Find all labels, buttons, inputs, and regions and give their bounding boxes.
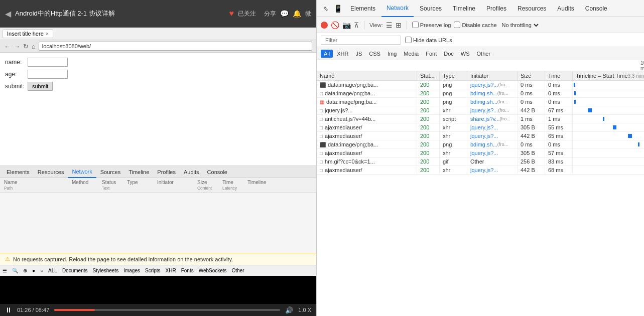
dt-tab-profiles[interactable]: Profiles — [481, 0, 511, 17]
type-tab-media[interactable]: Media — [401, 50, 422, 58]
filter-button[interactable]: ⊼ — [354, 21, 359, 29]
table-row[interactable]: □jquery.js?... 200 xhr jquery.js?...(fro… — [317, 106, 644, 115]
name-input[interactable] — [28, 58, 68, 67]
table-row[interactable]: □data:image/png;ba... 200 png bdimg.sh..… — [317, 89, 644, 98]
bottom-all-btn[interactable]: ALL — [48, 268, 57, 273]
type-tab-all[interactable]: All — [321, 50, 333, 58]
preserve-log-input[interactable] — [412, 22, 419, 28]
age-input[interactable] — [28, 70, 68, 79]
bell-icon[interactable]: 🔔 — [293, 10, 301, 18]
table-row[interactable]: □ajaxmediauser/ 200 xhr jquery.js?... 44… — [317, 166, 644, 175]
nav-forward-button[interactable]: → — [14, 43, 20, 50]
disable-cache-input[interactable] — [454, 22, 460, 28]
td-name: □ajaxmediauser/ — [317, 166, 417, 174]
address-bar[interactable] — [39, 42, 312, 51]
mini-tab-console[interactable]: Console — [203, 166, 231, 178]
th-timeline[interactable]: Timeline – Start Time 3.3 min 5.0 mi — [573, 71, 644, 80]
type-tab-doc[interactable]: Doc — [441, 50, 457, 58]
bottom-record-icon[interactable]: ● — [32, 268, 35, 273]
table-row[interactable]: ⬛data:image/png;ba... 200 png bdimg.sh..… — [317, 140, 644, 149]
mini-tab-network[interactable]: Network — [68, 166, 96, 178]
table-row[interactable]: □ajaxmediauser/ 200 xhr jquery.js?... 30… — [317, 123, 644, 132]
type-tab-css[interactable]: CSS — [366, 50, 383, 58]
type-tab-font[interactable]: Font — [423, 50, 440, 58]
dt-tab-elements[interactable]: Elements — [345, 0, 380, 17]
bottom-fonts-btn[interactable]: Fonts — [181, 268, 194, 273]
bottom-menu-icon[interactable]: ☰ — [3, 268, 7, 273]
bottom-search-icon[interactable]: 🔍 — [12, 268, 18, 273]
nav-home-button[interactable]: ⌂ — [32, 43, 36, 50]
chat-icon[interactable]: 💬 — [280, 10, 289, 18]
dt-tab-audits[interactable]: Audits — [552, 0, 579, 17]
submit-button[interactable]: submit — [28, 82, 53, 91]
view-grid-button[interactable]: ⊞ — [396, 21, 402, 29]
td-timeline — [573, 166, 644, 174]
bottom-clear-icon[interactable]: ○ — [40, 268, 43, 273]
table-row[interactable]: □hm.gif?cc=0&ck=1... 200 gif Other 256 B… — [317, 157, 644, 166]
th-name[interactable]: Name — [317, 71, 417, 80]
bottom-stylesheets-btn[interactable]: Stylesheets — [92, 268, 118, 273]
th-status[interactable]: Stat... — [417, 71, 440, 80]
table-row[interactable]: ▦data:image/png;ba... 200 png bdimg.sh..… — [317, 98, 644, 106]
back-button[interactable]: ◀ — [5, 9, 11, 19]
table-row[interactable]: □ajaxmediauser/ 200 xhr jquery.js?... 44… — [317, 132, 644, 140]
camera-button[interactable]: 📷 — [342, 21, 351, 29]
type-tab-js[interactable]: JS — [352, 50, 365, 58]
type-tab-ws[interactable]: WS — [458, 50, 473, 58]
mini-tab-elements[interactable]: Elements — [3, 166, 34, 178]
hide-data-urls-checkbox[interactable]: Hide data URLs — [405, 37, 452, 43]
td-name: □data:image/png;ba... — [317, 89, 417, 97]
mini-tab-resources[interactable]: Resources — [34, 166, 68, 178]
cursor-icon[interactable]: ⇖ — [321, 4, 331, 14]
follow-button[interactable]: 已关注 — [238, 10, 256, 18]
view-list-button[interactable]: ☰ — [386, 21, 393, 29]
dt-tab-network[interactable]: Network — [381, 0, 414, 17]
volume-button[interactable]: 🔊 — [285, 306, 293, 314]
mobile-icon[interactable]: 📱 — [332, 4, 344, 14]
bottom-images-btn[interactable]: Images — [123, 268, 140, 273]
clear-button[interactable]: 🚫 — [331, 21, 339, 29]
record-button[interactable] — [321, 22, 328, 29]
th-initiator[interactable]: Initiator — [467, 71, 518, 80]
type-tab-img[interactable]: Img — [384, 50, 400, 58]
speed-button[interactable]: 1.0 X — [298, 307, 311, 313]
browser-tab[interactable]: Insert title here × — [3, 29, 53, 38]
preserve-log-checkbox[interactable]: Preserve log — [412, 22, 451, 28]
dt-tab-resources[interactable]: Resources — [512, 0, 551, 17]
nav-reload-button[interactable]: ↻ — [23, 43, 29, 50]
progress-bar[interactable] — [54, 309, 280, 311]
bottom-ws-btn[interactable]: WebSockets — [199, 268, 227, 273]
share-button[interactable]: 分享 — [264, 10, 276, 18]
bottom-xhr-btn[interactable]: XHR — [166, 268, 176, 273]
filter-input[interactable] — [321, 36, 401, 45]
bottom-scripts-btn[interactable]: Scripts — [145, 268, 161, 273]
table-row[interactable]: □anticheat.js?v=44b... 200 script share.… — [317, 115, 644, 123]
table-row[interactable]: ⬛data:image/png;ba... 200 png jquery.js?… — [317, 81, 644, 89]
heart-icon[interactable]: ♥ — [229, 9, 234, 18]
bottom-other-btn[interactable]: Other — [232, 268, 244, 273]
type-tab-other[interactable]: Other — [474, 50, 494, 58]
nav-back-button[interactable]: ← — [4, 43, 11, 50]
mini-tab-profiles[interactable]: Profiles — [153, 166, 180, 178]
th-time[interactable]: Time — [545, 71, 573, 80]
disable-cache-checkbox[interactable]: Disable cache — [454, 22, 496, 28]
mini-tab-sources[interactable]: Sources — [96, 166, 124, 178]
mini-tab-timeline[interactable]: Timeline — [124, 166, 153, 178]
bottom-add-icon[interactable]: ⊕ — [23, 268, 27, 273]
table-row[interactable]: □ajaxmediauser/ 200 xhr jquery.js?... 30… — [317, 149, 644, 157]
th-size[interactable]: Size — [518, 71, 545, 80]
devtools-table-header: NamePath Method StatusText Type Initiato… — [0, 178, 316, 193]
weibo-icon[interactable]: 微 — [305, 10, 311, 18]
mini-tab-audits[interactable]: Audits — [180, 166, 203, 178]
throttle-select[interactable]: No throttling — [500, 22, 540, 29]
th-type[interactable]: Type — [440, 71, 467, 80]
dt-tab-console[interactable]: Console — [580, 0, 612, 17]
bottom-docs-btn[interactable]: Documents — [62, 268, 88, 273]
type-tab-xhr[interactable]: XHR — [334, 50, 351, 58]
td-type: xhr — [440, 106, 467, 114]
hide-data-urls-input[interactable] — [405, 37, 412, 43]
play-pause-button[interactable]: ⏸ — [5, 306, 12, 314]
tab-close-button[interactable]: × — [46, 31, 49, 37]
dt-tab-sources[interactable]: Sources — [415, 0, 447, 17]
dt-tab-timeline[interactable]: Timeline — [448, 0, 480, 17]
